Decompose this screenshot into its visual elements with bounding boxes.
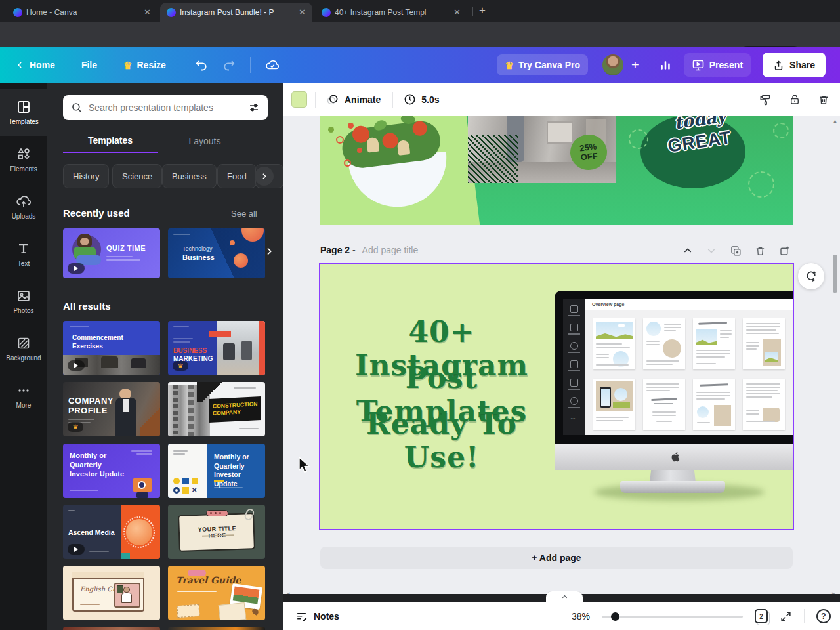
template-thumb-commencement[interactable]: Commencement Exercises <box>63 321 160 375</box>
hscroll-right-arrow[interactable]: ▸ <box>832 589 836 594</box>
timeline-expand-handle[interactable] <box>546 591 583 602</box>
sidebar-item-templates[interactable]: Templates <box>0 89 47 136</box>
new-tab-button[interactable]: + <box>479 4 486 17</box>
sidebar-item-uploads[interactable]: Uploads <box>0 183 47 230</box>
template-thumb-english-class[interactable]: English Class <box>63 566 160 620</box>
mouse-cursor <box>298 457 310 474</box>
template-thumb-investor-update-blue[interactable]: ✕ Monthly or Quarterly Investor Update <box>168 444 265 498</box>
background-color-swatch[interactable] <box>291 91 307 108</box>
duplicate-page-icon[interactable] <box>730 245 742 257</box>
page-title-placeholder[interactable]: Add page title <box>362 245 419 255</box>
template-thumb-ascend-media[interactable]: Ascend Media <box>63 505 160 559</box>
salad-post-art <box>320 116 486 225</box>
notes-button[interactable]: Notes <box>295 610 339 623</box>
move-page-up-icon[interactable] <box>682 245 693 256</box>
sidebar-item-background[interactable]: Background <box>0 325 47 372</box>
template-thumb-partial-right[interactable] <box>168 627 265 630</box>
browser-tab-home[interactable]: Home - Canva ✕ <box>7 3 158 22</box>
search-input[interactable] <box>89 102 242 113</box>
panel-tab-layouts[interactable]: Layouts <box>158 129 252 153</box>
chip-business[interactable]: Business <box>162 164 217 188</box>
pro-crown-badge: ♛ <box>68 422 83 432</box>
save-status-button[interactable] <box>265 58 280 72</box>
vscroll-thumb[interactable] <box>833 255 837 293</box>
video-play-badge <box>68 263 85 274</box>
home-button[interactable]: Home <box>16 60 55 70</box>
add-member-button[interactable]: + <box>631 58 639 73</box>
browser-tab-current[interactable]: Instagram Post Bundle! - P ✕ <box>160 3 312 22</box>
vscroll-up-arrow[interactable]: ▲ <box>832 118 838 125</box>
avatar[interactable] <box>602 54 623 75</box>
design-title-line3[interactable]: Ready To Use! <box>327 407 556 474</box>
present-button[interactable]: Present <box>684 53 751 77</box>
tab-close-icon[interactable]: ✕ <box>452 7 462 17</box>
panel-tab-templates[interactable]: Templates <box>63 129 158 153</box>
undo-icon <box>195 58 208 72</box>
confetti-dot <box>328 127 334 133</box>
file-menu-button[interactable]: File <box>81 60 97 70</box>
template-thumb-your-title-here[interactable]: YOUR TITLE HERE <box>168 505 265 559</box>
lock-button[interactable] <box>789 94 801 106</box>
template-thumb-technology-business[interactable]: Technology Business <box>168 228 265 278</box>
template-thumb-quiz-time[interactable]: QUIZ TIME <box>63 228 160 278</box>
template-thumb-construction[interactable]: CONSTRUCTION COMPANY <box>168 382 265 436</box>
chip-food[interactable]: Food <box>217 164 257 188</box>
move-page-down-icon[interactable] <box>706 245 717 256</box>
chips-scroll-right-button[interactable] <box>255 167 274 186</box>
thumb-title-top: Technology <box>182 245 213 252</box>
undo-button[interactable] <box>195 58 208 72</box>
lock-icon <box>789 94 801 106</box>
page-2-design[interactable]: 40+ Instagram Post Templates Ready To Us… <box>319 262 794 530</box>
zoom-slider-knob[interactable] <box>611 612 620 621</box>
template-thumb-company-profile[interactable]: COMPANY PROFILE ♛ <box>63 382 160 436</box>
templates-icon <box>16 99 32 115</box>
share-button[interactable]: Share <box>763 52 826 77</box>
template-thumb-investor-update-purple[interactable]: Monthly or Quarterly Investor Update <box>63 444 160 498</box>
page-1-design[interactable]: 25% OFF today GREAT <box>320 116 793 225</box>
zoom-slider[interactable] <box>602 612 743 621</box>
copy-style-button[interactable] <box>759 93 772 106</box>
insights-button[interactable] <box>659 58 672 72</box>
tab-title: Instagram Post Bundle! - P <box>180 8 293 17</box>
pro-crown-badge: ♛ <box>173 361 188 371</box>
template-thumb-business-marketing[interactable]: BUSINESS MARKETING ♛ <box>168 321 265 375</box>
template-thumb-partial-left[interactable] <box>63 627 160 630</box>
tab-close-icon[interactable]: ✕ <box>142 7 152 17</box>
all-results-heading: All results <box>63 301 111 312</box>
template-thumb-travel-guide[interactable]: Travel Guide <box>168 566 265 620</box>
tab-title: Home - Canva <box>26 8 138 17</box>
firework-art <box>748 171 774 198</box>
thumb-title: CONSTRUCTION COMPANY <box>213 400 257 417</box>
templates-panel: Templates Layouts History Science Busine… <box>47 83 284 630</box>
duration-button[interactable]: 5.0s <box>404 93 439 106</box>
redo-button[interactable] <box>222 58 236 72</box>
browser-tab-templates[interactable]: 40+ Instagram Post Templ ✕ <box>315 3 467 22</box>
delete-page-icon[interactable] <box>755 245 766 257</box>
try-canva-pro-button[interactable]: ♛ Try Canva Pro <box>497 54 588 75</box>
help-button[interactable]: ? <box>816 609 831 623</box>
add-page-button[interactable]: + Add page <box>320 547 793 569</box>
sidebar-item-text[interactable]: Text <box>0 230 47 278</box>
recent-scroll-right-icon[interactable] <box>264 246 274 257</box>
delete-button[interactable] <box>818 94 830 106</box>
search-box[interactable] <box>63 95 268 120</box>
sidebar-item-elements[interactable]: Elements <box>0 136 47 183</box>
fullscreen-icon[interactable] <box>780 610 792 623</box>
grid-view-button[interactable]: 2 <box>755 609 768 623</box>
chip-science[interactable]: Science <box>112 164 162 188</box>
filter-icon[interactable] <box>248 102 260 114</box>
resize-button[interactable]: ♛ Resize <box>123 60 166 70</box>
hscroll-left-arrow[interactable]: ◂ <box>286 589 290 594</box>
see-all-link[interactable]: See all <box>231 209 257 219</box>
add-page-icon[interactable] <box>779 245 791 257</box>
great-circle-art: today GREAT <box>640 116 746 188</box>
chip-history[interactable]: History <box>63 164 109 188</box>
thumb-title: Ascend Media <box>68 528 115 536</box>
editor-canvas[interactable]: Animate 5.0s <box>284 83 840 594</box>
tab-close-icon[interactable]: ✕ <box>297 7 307 17</box>
sidebar-item-photos[interactable]: Photos <box>0 278 47 325</box>
firework-art <box>773 123 789 138</box>
comment-button[interactable] <box>798 263 824 289</box>
sidebar-item-more[interactable]: More <box>0 372 47 419</box>
animate-button[interactable]: Animate <box>326 93 381 106</box>
